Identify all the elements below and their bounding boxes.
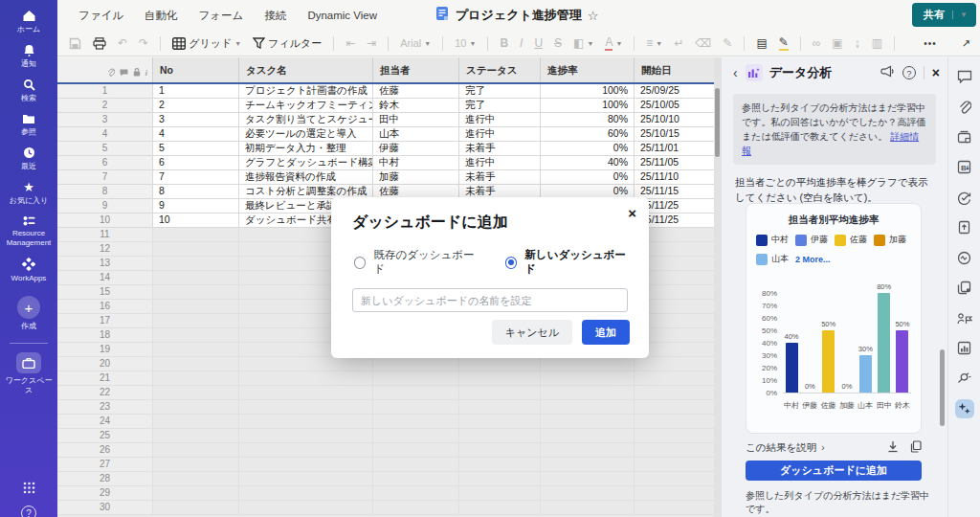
grid-cell-progress[interactable]: 100%: [541, 99, 635, 113]
row-number[interactable]: 12: [57, 242, 153, 257]
grid-cell-task[interactable]: [239, 386, 373, 400]
grid-cell-task[interactable]: [239, 400, 373, 415]
grid-cell-assignee[interactable]: [373, 472, 459, 486]
grid-cell-no[interactable]: 2: [153, 99, 239, 113]
grid-cell-status[interactable]: [459, 371, 541, 386]
grid-cell-assignee[interactable]: [373, 443, 459, 458]
grid-cell-progress[interactable]: [541, 429, 635, 443]
grid-cell-progress[interactable]: 0%: [541, 142, 635, 156]
menu-dynamic-view[interactable]: Dynamic View: [307, 10, 377, 21]
sidebar-item-notifications[interactable]: 通知: [0, 44, 57, 69]
grid-cell-task[interactable]: 進捗報告資料の作成: [239, 170, 373, 185]
grid-cell-start[interactable]: [635, 357, 714, 371]
menu-connections[interactable]: 接続: [264, 9, 286, 23]
grid-cell-start[interactable]: [635, 386, 714, 400]
grid-cell-status[interactable]: 進行中: [459, 113, 541, 127]
grid-cell-status[interactable]: [459, 357, 541, 371]
recurrence-icon[interactable]: [955, 188, 974, 207]
row-number[interactable]: 17: [57, 314, 153, 328]
grid-cell-no[interactable]: [153, 328, 239, 343]
grid-cell-assignee[interactable]: 伊藤: [373, 142, 459, 156]
row-number[interactable]: 8: [57, 185, 153, 199]
grid-cell-status[interactable]: [459, 386, 541, 400]
row-number[interactable]: 15: [57, 285, 153, 300]
grid-cell-progress[interactable]: 60%: [541, 127, 635, 142]
underline-button[interactable]: U: [534, 36, 543, 50]
grid-cell-status[interactable]: [459, 472, 541, 486]
grid-vertical-scrollbar[interactable]: [714, 57, 721, 517]
chevron-down-icon[interactable]: ▼: [952, 11, 976, 19]
row-number[interactable]: 11: [57, 228, 153, 242]
cell-format-button[interactable]: ▤: [756, 36, 767, 50]
row-number[interactable]: 16: [57, 300, 153, 314]
grid-cell-no[interactable]: [153, 314, 239, 328]
grid-cell-no[interactable]: [153, 400, 239, 415]
grid-cell-start[interactable]: [635, 486, 714, 501]
grid-cell-task[interactable]: [239, 415, 373, 429]
row-number[interactable]: 13: [57, 257, 153, 271]
help-icon[interactable]: ?: [21, 506, 36, 517]
grid-cell-assignee[interactable]: [373, 486, 459, 501]
row-number[interactable]: 9: [57, 199, 153, 214]
grid-cell-no[interactable]: [153, 486, 239, 501]
font-size-dropdown[interactable]: 10▼: [455, 37, 476, 49]
panel-scrollbar-thumb[interactable]: [940, 349, 945, 426]
grid-cell-status[interactable]: 進行中: [459, 156, 541, 170]
grid-cell-no[interactable]: [153, 501, 239, 515]
grid-cell-progress[interactable]: [541, 472, 635, 486]
grid-cell-start[interactable]: [635, 458, 714, 472]
grid-cell-assignee[interactable]: [373, 415, 459, 429]
grid-cell-task[interactable]: 初期データ入力・整理: [239, 142, 373, 156]
grid-cell-progress[interactable]: 80%: [541, 113, 635, 127]
row-number[interactable]: 5: [57, 142, 153, 156]
explain-result-link[interactable]: この結果を説明: [746, 441, 816, 455]
grid-cell-progress[interactable]: [541, 371, 635, 386]
vertical-align-button[interactable]: ↨: [855, 36, 860, 50]
grid-cell-start[interactable]: 25/11/10: [635, 170, 714, 185]
add-to-dashboard-button[interactable]: ダッシュボードに追加: [746, 461, 922, 481]
grid-cell-assignee[interactable]: 中村: [373, 156, 459, 170]
row-number[interactable]: 23: [57, 400, 153, 415]
copy-sheet-icon[interactable]: [955, 279, 974, 298]
grid-cell-start[interactable]: [635, 415, 714, 429]
grid-cell-start[interactable]: 25/10/10: [635, 113, 714, 127]
conversations-icon[interactable]: [955, 67, 974, 86]
text-color-dropdown[interactable]: A▼: [605, 36, 622, 51]
row-number[interactable]: 29: [57, 486, 153, 501]
add-button[interactable]: 追加: [582, 320, 630, 345]
row-number[interactable]: 22: [57, 386, 153, 400]
update-requests-icon[interactable]: B: [955, 158, 974, 177]
radio-existing-label[interactable]: 既存のダッシュボード: [373, 248, 479, 277]
filter-button[interactable]: フィルター: [253, 36, 322, 51]
italic-button[interactable]: I: [520, 36, 523, 50]
grid-cell-status[interactable]: [459, 501, 541, 515]
grid-cell-status[interactable]: 未着手: [459, 170, 541, 185]
copy-icon[interactable]: [910, 440, 922, 455]
grid-cell-no[interactable]: [153, 415, 239, 429]
grid-cell-progress[interactable]: 40%: [541, 156, 635, 170]
column-header-no[interactable]: No: [153, 57, 239, 82]
grid-cell-assignee[interactable]: 田中: [373, 113, 459, 127]
row-number[interactable]: 28: [57, 472, 153, 486]
sidebar-item-browse[interactable]: 参照: [0, 113, 57, 137]
row-number[interactable]: 6: [57, 156, 153, 170]
grid-cell-no[interactable]: 4: [153, 127, 239, 142]
sidebar-item-favorites[interactable]: ★ お気に入り: [0, 181, 57, 206]
grid-cell-task[interactable]: [239, 371, 373, 386]
highlight-pen-button[interactable]: ✎: [779, 36, 789, 51]
row-number[interactable]: 25: [57, 429, 153, 443]
grid-cell-assignee[interactable]: [373, 371, 459, 386]
grid-cell-progress[interactable]: [541, 386, 635, 400]
proofs-icon[interactable]: [955, 127, 974, 146]
grid-cell-start[interactable]: [635, 400, 714, 415]
radio-existing-dashboard[interactable]: [354, 257, 366, 269]
row-number[interactable]: 24: [57, 415, 153, 429]
grid-cell-start[interactable]: [635, 371, 714, 386]
grid-cell-no[interactable]: [153, 472, 239, 486]
attachments-icon[interactable]: [955, 98, 974, 117]
sidebar-item-workspace[interactable]: ワークスペース: [0, 352, 57, 395]
grid-cell-task[interactable]: グラフとダッシュボード構築: [239, 156, 373, 170]
row-number[interactable]: 1: [57, 84, 153, 99]
menu-file[interactable]: ファイル: [78, 9, 123, 23]
grid-cell-task[interactable]: [239, 443, 373, 458]
